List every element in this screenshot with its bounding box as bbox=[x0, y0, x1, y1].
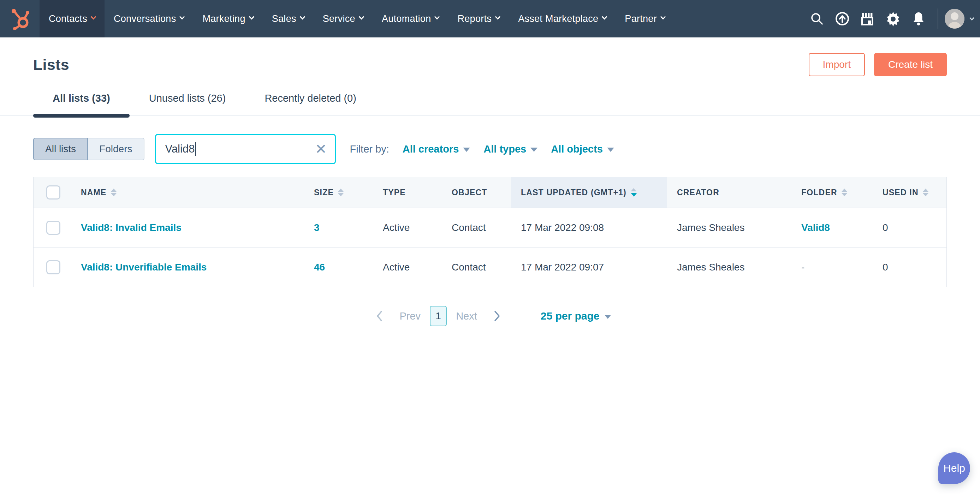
table-row: Valid8: Unverifiable Emails 46 Active Co… bbox=[33, 247, 947, 287]
nav-item-conversations[interactable]: Conversations bbox=[105, 0, 194, 37]
list-object-cell: Contact bbox=[442, 222, 511, 233]
list-type-cell: Active bbox=[373, 222, 442, 233]
per-page-label: 25 per page bbox=[541, 310, 600, 322]
filter-all-objects[interactable]: All objects bbox=[551, 143, 614, 155]
notifications-bell-icon[interactable] bbox=[906, 0, 931, 37]
folder-link[interactable]: Valid8 bbox=[801, 222, 830, 233]
nav-item-contacts[interactable]: Contacts bbox=[40, 0, 105, 37]
nav-item-service[interactable]: Service bbox=[313, 0, 372, 37]
row-checkbox[interactable] bbox=[46, 221, 60, 235]
folder-cell: - bbox=[791, 262, 873, 273]
page-title: Lists bbox=[33, 56, 69, 73]
filter-all-creators[interactable]: All creators bbox=[402, 143, 470, 155]
nav-item-label: Automation bbox=[382, 13, 431, 24]
filter-all-types[interactable]: All types bbox=[484, 143, 538, 155]
toggle-all-lists[interactable]: All lists bbox=[33, 138, 88, 160]
create-list-button[interactable]: Create list bbox=[874, 53, 947, 76]
next-page-chevron[interactable] bbox=[486, 305, 508, 327]
nav-item-sales[interactable]: Sales bbox=[263, 0, 313, 37]
per-page-select[interactable]: 25 per page bbox=[541, 310, 611, 322]
caret-down-icon bbox=[463, 148, 470, 152]
column-label: TYPE bbox=[383, 188, 406, 197]
chevron-down-icon bbox=[969, 16, 974, 21]
view-toggle-group: All lists Folders bbox=[33, 138, 145, 160]
column-header-folder[interactable]: FOLDER bbox=[791, 177, 873, 208]
chevron-down-icon bbox=[359, 14, 364, 19]
lists-table: NAME SIZE TYPE OBJECT LAST UPDATED (GMT+… bbox=[33, 177, 947, 287]
column-label: CREATOR bbox=[677, 188, 719, 197]
nav-item-reports[interactable]: Reports bbox=[448, 0, 509, 37]
prev-page-chevron[interactable] bbox=[369, 305, 390, 327]
lists-page: Contacts Conversations Marketing Sales S… bbox=[0, 0, 980, 494]
nav-item-asset-marketplace[interactable]: Asset Marketplace bbox=[509, 0, 616, 37]
list-name-link[interactable]: Valid8: Unverifiable Emails bbox=[81, 262, 207, 273]
column-label: USED IN bbox=[883, 188, 918, 197]
chevron-down-icon bbox=[660, 14, 666, 19]
header-checkbox-cell bbox=[33, 177, 71, 208]
tab-unused-lists[interactable]: Unused lists (26) bbox=[130, 92, 245, 116]
list-name-link[interactable]: Valid8: Invalid Emails bbox=[81, 222, 181, 233]
chevron-down-icon bbox=[602, 14, 608, 19]
search-input[interactable]: Valid8 ✕ bbox=[155, 134, 336, 164]
text-cursor bbox=[195, 142, 196, 156]
list-object-cell: Contact bbox=[442, 262, 511, 273]
sprocket-icon bbox=[10, 8, 30, 30]
column-header-name[interactable]: NAME bbox=[71, 177, 304, 208]
hubspot-sprocket-logo[interactable] bbox=[0, 0, 40, 37]
nav-item-label: Asset Marketplace bbox=[518, 13, 598, 24]
column-header-creator: CREATOR bbox=[667, 177, 791, 208]
filter-by-label: Filter by: bbox=[350, 143, 389, 155]
nav-item-marketing[interactable]: Marketing bbox=[193, 0, 262, 37]
column-label: SIZE bbox=[314, 188, 334, 197]
nav-item-partner[interactable]: Partner bbox=[616, 0, 674, 37]
column-header-type: TYPE bbox=[373, 177, 442, 208]
row-checkbox[interactable] bbox=[46, 260, 60, 274]
select-all-checkbox[interactable] bbox=[46, 185, 60, 200]
last-updated-cell: 17 Mar 2022 09:08 bbox=[511, 222, 667, 233]
prev-button[interactable]: Prev bbox=[399, 310, 421, 322]
settings-gear-icon[interactable] bbox=[880, 0, 906, 37]
column-label: FOLDER bbox=[801, 188, 837, 197]
tab-recently-deleted[interactable]: Recently deleted (0) bbox=[245, 92, 376, 116]
navbar-right bbox=[804, 0, 980, 37]
chevron-down-icon bbox=[91, 14, 96, 19]
used-in-cell: 0 bbox=[873, 222, 947, 233]
caret-down-icon bbox=[530, 148, 538, 152]
list-size-link[interactable]: 46 bbox=[314, 262, 325, 273]
clear-x-icon[interactable]: ✕ bbox=[315, 142, 327, 156]
toggle-folders[interactable]: Folders bbox=[88, 138, 144, 160]
nav-item-automation[interactable]: Automation bbox=[372, 0, 449, 37]
current-page-button[interactable]: 1 bbox=[430, 306, 447, 326]
filter-label-text: All creators bbox=[402, 143, 459, 155]
upgrade-icon[interactable] bbox=[830, 0, 855, 37]
list-type-cell: Active bbox=[373, 262, 442, 273]
sort-arrows-icon bbox=[842, 189, 847, 196]
active-tab-indicator bbox=[33, 114, 130, 118]
sort-arrows-icon-active bbox=[631, 188, 637, 197]
user-avatar[interactable] bbox=[945, 9, 964, 29]
list-size-link[interactable]: 3 bbox=[314, 222, 320, 233]
nav-item-label: Marketing bbox=[202, 13, 245, 24]
navbar-divider bbox=[938, 8, 938, 29]
tab-all-lists[interactable]: All lists (33) bbox=[33, 92, 130, 116]
tab-label: Unused lists (26) bbox=[149, 92, 226, 104]
nav-item-label: Sales bbox=[272, 13, 296, 24]
nav-item-label: Contacts bbox=[49, 13, 87, 24]
marketplace-icon[interactable] bbox=[855, 0, 880, 37]
creator-cell: James Sheales bbox=[667, 262, 791, 273]
column-header-size[interactable]: SIZE bbox=[304, 177, 373, 208]
import-button[interactable]: Import bbox=[809, 53, 865, 76]
used-in-cell: 0 bbox=[873, 262, 947, 273]
filter-label-text: All objects bbox=[551, 143, 603, 155]
help-button[interactable]: Help bbox=[938, 452, 970, 484]
column-header-used-in[interactable]: USED IN bbox=[873, 177, 947, 208]
chevron-down-icon bbox=[180, 14, 185, 19]
nav-item-label: Conversations bbox=[114, 13, 176, 24]
row-checkbox-cell bbox=[33, 221, 71, 235]
next-button[interactable]: Next bbox=[456, 310, 477, 322]
last-updated-cell: 17 Mar 2022 09:07 bbox=[511, 262, 667, 273]
column-header-last-updated[interactable]: LAST UPDATED (GMT+1) bbox=[511, 177, 667, 208]
column-header-object: OBJECT bbox=[442, 177, 511, 208]
search-icon[interactable] bbox=[804, 0, 830, 37]
page-header: Lists Import Create list bbox=[0, 37, 980, 76]
